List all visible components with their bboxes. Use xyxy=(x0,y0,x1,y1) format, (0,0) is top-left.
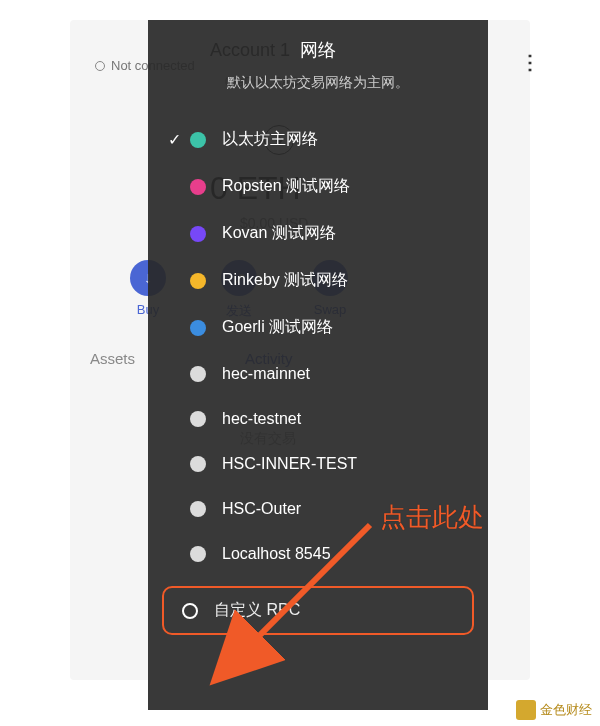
network-item[interactable]: ✓hec-mainnet xyxy=(148,351,488,396)
network-label: Ropsten 测试网络 xyxy=(222,176,350,197)
network-color-dot xyxy=(190,546,206,562)
network-color-dot xyxy=(190,179,206,195)
custom-rpc-button[interactable]: 自定义 RPC xyxy=(162,586,474,635)
network-selector-overlay: 网络 默认以太坊交易网络为主网。 ✓以太坊主网络✓Ropsten 测试网络✓Ko… xyxy=(148,20,488,710)
network-label: HSC-INNER-TEST xyxy=(222,455,357,473)
network-item[interactable]: ✓Goerli 测试网络 xyxy=(148,304,488,351)
network-label: hec-testnet xyxy=(222,410,301,428)
network-label: Rinkeby 测试网络 xyxy=(222,270,348,291)
network-item[interactable]: ✓Kovan 测试网络 xyxy=(148,210,488,257)
network-item[interactable]: ✓HSC-INNER-TEST xyxy=(148,441,488,486)
network-color-dot xyxy=(190,366,206,382)
overlay-subtitle: 默认以太坊交易网络为主网。 xyxy=(148,74,488,92)
network-item[interactable]: ✓HSC-Outer xyxy=(148,486,488,531)
network-label: HSC-Outer xyxy=(222,500,301,518)
status-ring-icon xyxy=(95,61,105,71)
network-item[interactable]: ✓Rinkeby 测试网络 xyxy=(148,257,488,304)
overlay-title: 网络 xyxy=(148,38,488,62)
watermark-text: 金色财经 xyxy=(540,701,592,719)
network-item[interactable]: ✓Ropsten 测试网络 xyxy=(148,163,488,210)
network-color-dot xyxy=(190,226,206,242)
custom-rpc-label: 自定义 RPC xyxy=(214,600,300,621)
network-label: Localhost 8545 xyxy=(222,545,331,563)
network-color-dot xyxy=(190,132,206,148)
network-color-dot xyxy=(190,320,206,336)
network-label: 以太坊主网络 xyxy=(222,129,318,150)
network-list: ✓以太坊主网络✓Ropsten 测试网络✓Kovan 测试网络✓Rinkeby … xyxy=(148,116,488,576)
network-color-dot xyxy=(190,501,206,517)
network-item[interactable]: ✓以太坊主网络 xyxy=(148,116,488,163)
network-item[interactable]: ✓hec-testnet xyxy=(148,396,488,441)
network-label: hec-mainnet xyxy=(222,365,310,383)
tab-assets[interactable]: Assets xyxy=(90,350,135,367)
watermark-icon xyxy=(516,700,536,720)
network-color-dot xyxy=(190,456,206,472)
network-color-dot xyxy=(190,411,206,427)
circle-icon xyxy=(182,603,198,619)
network-label: Goerli 测试网络 xyxy=(222,317,333,338)
more-menu-icon[interactable]: ⋮ xyxy=(520,50,540,74)
network-item[interactable]: ✓Localhost 8545 xyxy=(148,531,488,576)
network-color-dot xyxy=(190,273,206,289)
checkmark-icon: ✓ xyxy=(168,130,190,149)
watermark: 金色财经 xyxy=(516,700,592,720)
network-label: Kovan 测试网络 xyxy=(222,223,336,244)
